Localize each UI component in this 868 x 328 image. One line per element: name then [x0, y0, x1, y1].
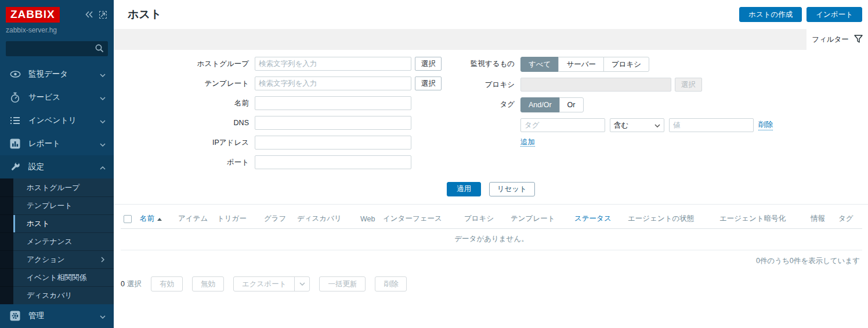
submenu-item-templates[interactable]: テンプレート — [0, 196, 114, 214]
table-header-row: 名前 アイテム トリガー グラフ ディスカバリ Web インターフェース プロキ… — [121, 209, 862, 229]
column-header-templates: テンプレート — [508, 209, 572, 229]
dns-input[interactable] — [255, 116, 411, 130]
sidebar-item-administration[interactable]: 管理 — [0, 304, 114, 327]
search-icon[interactable] — [95, 43, 104, 55]
delete-button[interactable]: 削除 — [375, 276, 407, 291]
submenu-item-discovery[interactable]: ディスカバリ — [0, 286, 114, 304]
submenu-item-label: アクション — [27, 251, 101, 268]
monitored-by-option-all[interactable]: すべて — [520, 57, 559, 72]
filter-panel: ホストグループ 選択 テンプレート 選択 名前 DNS IPアドレス ポート — [114, 50, 868, 169]
tag-logic-or[interactable]: Or — [559, 97, 584, 112]
submenu-item-maintenance[interactable]: メンテナンス — [0, 232, 114, 250]
sidebar-item-label: レポート — [28, 139, 100, 149]
sidebar-item-label: 監視データ — [28, 69, 100, 79]
compact-view-icon[interactable] — [99, 11, 107, 19]
sidebar-search — [6, 41, 108, 56]
tag-operator-value: 含む — [614, 121, 628, 130]
column-header-status[interactable]: ステータス — [572, 209, 625, 229]
column-header-triggers: トリガー — [214, 209, 261, 229]
configuration-submenu: ホストグループ テンプレート ホスト メンテナンス アクション — [0, 178, 114, 304]
column-header-tags: タグ — [836, 209, 862, 229]
monitored-by-segmented: すべて サーバー プロキシ — [520, 57, 649, 72]
sidebar-item-label: インベントリ — [28, 115, 100, 126]
empty-row: データがありません。 — [121, 229, 862, 250]
column-header-name[interactable]: 名前 — [137, 209, 175, 229]
tag-filter-row: 含む 削除 — [520, 118, 773, 132]
selected-count: 0選択 — [121, 279, 142, 289]
column-header-discovery: ディスカバリ — [294, 209, 357, 229]
tag-logic-segmented: And/Or Or — [520, 97, 584, 112]
submenu-item-hosts[interactable]: ホスト — [0, 214, 114, 232]
sidebar-item-configuration[interactable]: 設定 — [0, 155, 114, 178]
apply-button[interactable]: 適用 — [447, 182, 481, 196]
sidebar-nav: 監視データ サービス インベントリ — [0, 63, 114, 327]
collapse-sidebar-icon[interactable] — [85, 11, 93, 18]
ip-input[interactable] — [255, 136, 411, 150]
submenu-item-actions[interactable]: アクション — [0, 250, 114, 268]
hosts-table-wrap: 名前 アイテム トリガー グラフ ディスカバリ Web インターフェース プロキ… — [114, 205, 868, 268]
filter-tab-label: フィルター — [812, 35, 849, 45]
create-host-button[interactable]: ホストの作成 — [739, 7, 802, 22]
sidebar-controls — [85, 11, 107, 19]
monitored-by-option-proxy[interactable]: プロキシ — [603, 57, 649, 72]
wrench-icon — [9, 162, 21, 172]
mass-update-button[interactable]: 一括更新 — [319, 276, 366, 291]
submenu-item-label: ホスト — [27, 215, 114, 232]
tags-label: タグ — [446, 97, 517, 112]
selected-count-label: 選択 — [127, 280, 142, 288]
column-header-interface: インターフェース — [380, 209, 461, 229]
tag-operator-select[interactable]: 含む — [610, 118, 664, 132]
submenu-item-event-correlation[interactable]: イベント相関関係 — [0, 268, 114, 286]
column-header-items: アイテム — [175, 209, 214, 229]
sidebar-item-monitoring[interactable]: 監視データ — [0, 63, 114, 86]
chevron-down-icon — [100, 70, 106, 79]
sidebar-item-label: サービス — [28, 92, 100, 103]
chevron-down-icon — [294, 277, 309, 291]
zabbix-logo[interactable]: ZABBIX — [6, 7, 60, 23]
tag-add-link[interactable]: 追加 — [520, 138, 535, 147]
tag-value-input[interactable] — [669, 118, 754, 132]
column-header-proxy: プロキシ — [461, 209, 508, 229]
tag-remove-link[interactable]: 削除 — [758, 120, 773, 130]
host-group-input[interactable] — [255, 57, 411, 71]
logo-row: ZABBIX — [6, 6, 107, 23]
import-button[interactable]: インポート — [806, 7, 862, 22]
select-all-checkbox[interactable] — [124, 215, 132, 223]
chevron-down-icon — [100, 312, 106, 320]
sidebar-item-label: 管理 — [28, 311, 100, 321]
bar-chart-icon — [9, 139, 21, 149]
sidebar-item-reports[interactable]: レポート — [0, 132, 114, 155]
reset-button[interactable]: リセット — [489, 182, 535, 196]
template-input[interactable] — [255, 76, 411, 90]
submenu-item-host-groups[interactable]: ホストグループ — [0, 178, 114, 196]
chevron-down-icon — [654, 121, 660, 129]
template-label: テンプレート — [114, 76, 251, 90]
column-header-info: 情報 — [808, 209, 836, 229]
eye-icon — [9, 69, 21, 79]
disable-button[interactable]: 無効 — [192, 276, 224, 291]
zabbix-app: ZABBIX zabbix-server.hg 監視データ — [0, 0, 868, 328]
sidebar-search-input[interactable] — [6, 41, 108, 56]
list-icon — [9, 116, 21, 125]
port-input[interactable] — [255, 155, 411, 169]
page-header: ホスト ホストの作成 インポート — [114, 0, 868, 29]
export-button[interactable]: エクスポート — [233, 276, 310, 291]
name-input[interactable] — [255, 96, 411, 110]
ip-label: IPアドレス — [114, 136, 251, 150]
template-select-button[interactable]: 選択 — [415, 76, 442, 90]
sidebar-item-services[interactable]: サービス — [0, 86, 114, 109]
tag-name-input[interactable] — [520, 118, 605, 132]
chevron-right-icon — [101, 257, 104, 263]
proxy-input — [520, 78, 671, 92]
host-group-label: ホストグループ — [114, 57, 251, 71]
filter-tab[interactable]: フィルター — [806, 29, 868, 50]
monitored-by-option-server[interactable]: サーバー — [558, 57, 604, 72]
proxy-label: プロキシ — [446, 78, 517, 92]
column-header-web: Web — [357, 209, 380, 229]
host-group-select-button[interactable]: 選択 — [415, 57, 442, 71]
tag-logic-andor[interactable]: And/Or — [520, 97, 560, 112]
sidebar-item-inventory[interactable]: インベントリ — [0, 109, 114, 132]
column-header-graphs: グラフ — [261, 209, 294, 229]
enable-button[interactable]: 有効 — [151, 276, 183, 291]
main-content: ホスト ホストの作成 インポート フィルター ホストグループ 選択 テンプレート — [114, 0, 868, 328]
